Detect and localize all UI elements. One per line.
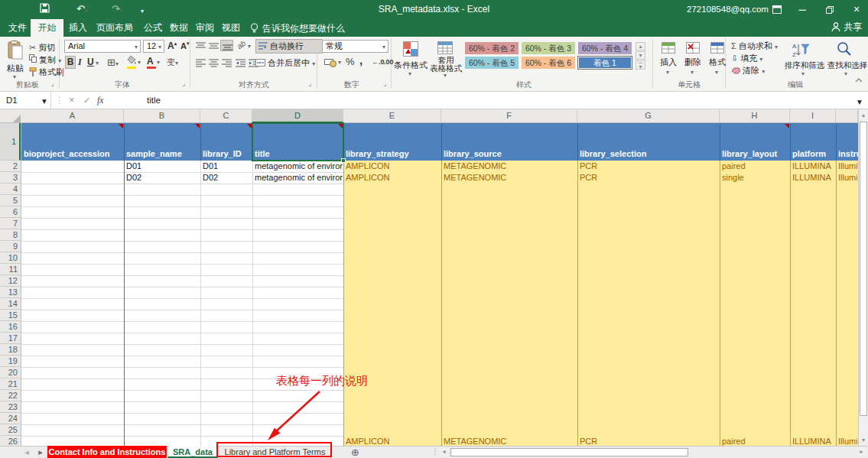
- cell-I3[interactable]: ILLUMINA: [790, 172, 835, 184]
- row-header-12[interactable]: 12: [0, 275, 21, 287]
- cell-H3[interactable]: single: [720, 172, 789, 184]
- header-cell-I1[interactable]: platform: [790, 123, 836, 161]
- row-header-23[interactable]: 23: [0, 401, 21, 413]
- formula-bar-expand-icon[interactable]: ▾: [857, 93, 862, 110]
- header-cell-clipped1[interactable]: instru: [836, 123, 858, 161]
- cell-J2[interactable]: Illumi: [836, 161, 857, 172]
- number-format-select[interactable]: 常规▾: [322, 40, 388, 53]
- column-header-B[interactable]: B: [124, 109, 200, 123]
- row-header-3[interactable]: 3: [0, 172, 21, 184]
- decrease-indent-icon[interactable]: [236, 59, 245, 67]
- styles-gallery-more-icon[interactable]: ─▾: [636, 60, 645, 70]
- clear-button[interactable]: 清除 ▾: [731, 65, 765, 77]
- conditional-formatting-dropdown[interactable]: ▾: [408, 70, 411, 77]
- tab-home[interactable]: 开始: [31, 19, 63, 37]
- cell-D3[interactable]: metagenomic of environ: [252, 172, 343, 184]
- bold-button[interactable]: B: [65, 56, 76, 69]
- tab-page-layout[interactable]: 页面布局: [92, 19, 138, 37]
- accounting-format-icon[interactable]: ▾: [324, 57, 336, 67]
- italic-button[interactable]: I: [78, 57, 82, 67]
- format-as-table-button[interactable]: 套用表格格式: [429, 56, 463, 73]
- row-header-13[interactable]: 13: [0, 287, 21, 298]
- tab-file[interactable]: 文件: [6, 19, 29, 37]
- styles-gallery-up-icon[interactable]: ▴: [636, 42, 645, 50]
- cell-D2[interactable]: metagenomic of environ: [252, 161, 343, 172]
- cancel-icon[interactable]: ×: [69, 92, 75, 109]
- paste-button[interactable]: 粘贴: [3, 63, 28, 74]
- cell-J3[interactable]: Illumi: [836, 172, 857, 184]
- sort-filter-dropdown[interactable]: ▾: [801, 70, 805, 77]
- row-header-25[interactable]: 25: [0, 424, 21, 436]
- find-select-button[interactable]: 查找和选择: [824, 60, 868, 71]
- row-header-26[interactable]: 26: [0, 436, 21, 446]
- cell-H26[interactable]: paired: [720, 436, 789, 446]
- cell-style-chip[interactable]: 着色 1: [578, 57, 632, 69]
- font-family-select[interactable]: Arial▾: [64, 40, 141, 53]
- conditional-formatting-button[interactable]: 条件格式: [394, 60, 427, 71]
- font-size-select[interactable]: 12▾: [143, 40, 164, 53]
- insert-dropdown[interactable]: ▾: [666, 69, 669, 76]
- vertical-scroll-thumb[interactable]: [860, 122, 867, 416]
- cell-B2[interactable]: D01: [124, 161, 200, 172]
- tab-formulas[interactable]: 公式: [141, 19, 165, 37]
- cell-style-chip[interactable]: 60% - 着色 3: [522, 42, 575, 54]
- sheet-nav-right-icon[interactable]: ▸: [35, 446, 46, 458]
- cell-J26[interactable]: Illumi: [836, 436, 857, 446]
- formula-bar-splitter[interactable]: ⋮: [55, 92, 64, 109]
- align-middle-icon[interactable]: [209, 42, 219, 50]
- paste-icon[interactable]: [7, 41, 24, 60]
- tell-me-box[interactable]: 告诉我你想要做什么: [262, 22, 345, 35]
- align-bottom-icon[interactable]: [220, 40, 233, 51]
- cell-style-chip[interactable]: 60% - 着色 5: [465, 57, 519, 69]
- column-header-F[interactable]: F: [441, 109, 577, 123]
- header-cell-A1[interactable]: bioproject_accession: [21, 123, 124, 161]
- scroll-down-icon[interactable]: ▾: [859, 435, 868, 445]
- restore-button[interactable]: [821, 0, 838, 19]
- hscroll-left-icon[interactable]: ◂: [439, 447, 449, 456]
- sheet-tab-sra-data[interactable]: SRA_data: [167, 446, 218, 458]
- cell-F3[interactable]: METAGENOMIC: [441, 172, 577, 184]
- font-color-icon[interactable]: A▾: [147, 56, 158, 69]
- cell-G26[interactable]: PCR: [577, 436, 719, 446]
- header-cell-E1[interactable]: library_strategy: [343, 123, 441, 161]
- header-cell-H1[interactable]: library_layout: [720, 123, 790, 161]
- cut-button[interactable]: ✂ 剪切: [29, 42, 55, 54]
- format-painter-button[interactable]: 格式刷: [29, 67, 64, 78]
- header-cell-C1[interactable]: library_ID: [200, 123, 252, 161]
- close-button[interactable]: ×: [847, 0, 866, 19]
- sheet-nav-left-icon[interactable]: ◂: [21, 446, 32, 458]
- cell-I2[interactable]: ILLUMINA: [790, 161, 835, 172]
- row-header-15[interactable]: 15: [0, 310, 21, 321]
- cell-C2[interactable]: D01: [200, 161, 252, 172]
- row-header-4[interactable]: 4: [0, 184, 21, 195]
- tab-insert[interactable]: 插入: [66, 19, 90, 37]
- row-header-16[interactable]: 16: [0, 321, 21, 333]
- cell-G3[interactable]: PCR: [577, 172, 719, 184]
- cell-H2[interactable]: paired: [720, 161, 789, 172]
- orientation-dropdown[interactable]: ▾: [248, 43, 251, 50]
- fill-handle[interactable]: [341, 158, 346, 163]
- row-header-9[interactable]: 9: [0, 241, 21, 252]
- row-header-24[interactable]: 24: [0, 413, 21, 424]
- align-center-icon[interactable]: [209, 59, 219, 67]
- column-header-C[interactable]: C: [200, 109, 252, 123]
- cell-E3[interactable]: AMPLICON: [343, 172, 441, 184]
- fill-button[interactable]: ⇩ 填充 ▾: [731, 53, 762, 65]
- borders-icon[interactable]: ⊞▾: [107, 57, 119, 68]
- new-sheet-icon[interactable]: ⊕: [351, 447, 359, 458]
- cell-style-chip[interactable]: 60% - 着色 4: [578, 42, 632, 54]
- column-header-G[interactable]: G: [577, 109, 720, 123]
- header-cell-F1[interactable]: library_source: [441, 123, 577, 161]
- cell-G2[interactable]: PCR: [577, 161, 719, 172]
- row-header-19[interactable]: 19: [0, 356, 21, 367]
- cell-F2[interactable]: METAGENOMIC: [441, 161, 577, 172]
- row-header-8[interactable]: 8: [0, 229, 21, 241]
- insert-button[interactable]: 插入: [656, 57, 681, 68]
- tab-bar-splitter[interactable]: ⋮: [431, 447, 439, 456]
- cell-F26[interactable]: METAGENOMIC: [441, 436, 577, 446]
- find-select-dropdown[interactable]: ▾: [844, 70, 847, 77]
- row-header-20[interactable]: 20: [0, 367, 21, 378]
- minimize-button[interactable]: ─: [794, 0, 811, 19]
- scroll-up-icon[interactable]: ▴: [859, 110, 868, 120]
- header-cell-G1[interactable]: library_selection: [577, 123, 720, 161]
